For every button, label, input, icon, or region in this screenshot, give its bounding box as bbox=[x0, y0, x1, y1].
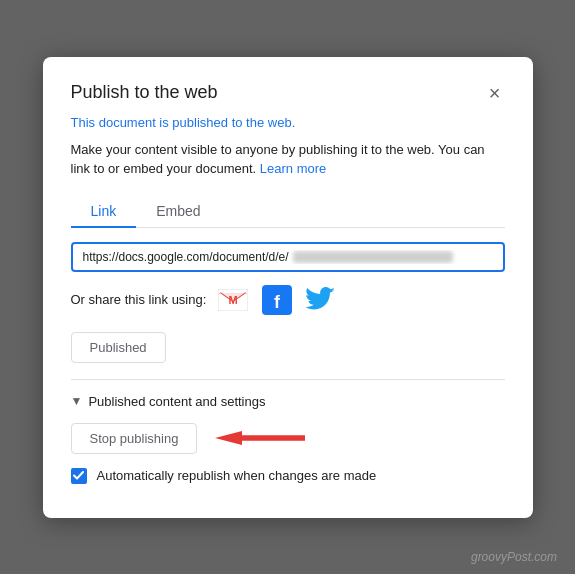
arrow-body bbox=[215, 431, 305, 445]
facebook-icon[interactable]: f bbox=[260, 286, 294, 314]
tab-link[interactable]: Link bbox=[71, 195, 137, 227]
publish-modal: Publish to the web × This document is pu… bbox=[43, 57, 533, 518]
modal-title: Publish to the web bbox=[71, 82, 218, 103]
stop-publishing-button[interactable]: Stop publishing bbox=[71, 423, 198, 454]
close-button[interactable]: × bbox=[485, 81, 505, 105]
gmail-icon[interactable]: M bbox=[216, 286, 250, 314]
settings-label: Published content and settings bbox=[88, 394, 265, 409]
url-box: https://docs.google.com/document/d/e/ bbox=[71, 242, 505, 272]
svg-text:f: f bbox=[274, 292, 281, 312]
share-label: Or share this link using: bbox=[71, 292, 207, 307]
tab-embed[interactable]: Embed bbox=[136, 195, 220, 227]
checkbox-row: Automatically republish when changes are… bbox=[71, 468, 505, 484]
published-notice: This document is published to the web. bbox=[71, 115, 505, 130]
stop-row: Stop publishing bbox=[71, 423, 505, 454]
watermark: groovyPost.com bbox=[471, 550, 557, 564]
url-text: https://docs.google.com/document/d/e/ bbox=[83, 250, 493, 264]
published-button-row: Published bbox=[71, 332, 505, 363]
red-arrow bbox=[215, 431, 305, 445]
tabs-container: Link Embed bbox=[71, 195, 505, 228]
auto-republish-checkbox[interactable] bbox=[71, 468, 87, 484]
chevron-icon: ▼ bbox=[71, 394, 83, 408]
description-text: Make your content visible to anyone by p… bbox=[71, 140, 505, 179]
published-button: Published bbox=[71, 332, 166, 363]
settings-section: ▼ Published content and settings Stop pu… bbox=[71, 394, 505, 484]
modal-header: Publish to the web × bbox=[71, 81, 505, 105]
url-blur bbox=[293, 251, 453, 263]
settings-header[interactable]: ▼ Published content and settings bbox=[71, 394, 505, 409]
twitter-icon[interactable] bbox=[304, 286, 338, 314]
share-row: Or share this link using: M f bbox=[71, 286, 505, 314]
divider bbox=[71, 379, 505, 380]
checkbox-label: Automatically republish when changes are… bbox=[97, 468, 377, 483]
learn-more-link[interactable]: Learn more bbox=[260, 161, 326, 176]
svg-text:M: M bbox=[229, 294, 238, 306]
